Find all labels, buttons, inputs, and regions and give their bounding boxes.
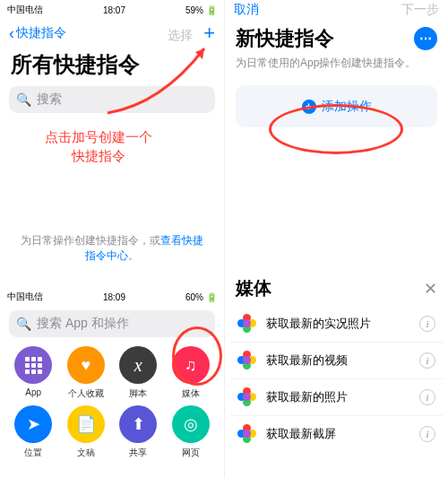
category-location[interactable]: ➤ 位置 [7, 405, 60, 459]
add-action-card: + 添加操作 [236, 85, 437, 127]
search-input[interactable]: 🔍 搜索 [9, 86, 215, 113]
status-time: 18:07 [103, 5, 125, 15]
add-action-button[interactable]: + 添加操作 [302, 99, 372, 115]
category-grid: App ♥ 个人收藏 x 脚本 ♫ 媒体 ➤ 位置 📄 文稿 ⬆ 共享 ◎ 网页 [0, 337, 224, 459]
status-time: 18:09 [103, 292, 125, 302]
status-bar: 中国电信 18:09 60% 🔋 [0, 287, 224, 307]
music-icon: ♫ [185, 356, 197, 375]
chevron-left-icon: ‹ [9, 25, 14, 41]
status-battery: 59% [185, 5, 203, 15]
back-button[interactable]: ‹ 快捷指令 [9, 25, 66, 41]
safari-icon: ◎ [184, 414, 198, 434]
info-icon[interactable]: i [419, 352, 435, 369]
more-button[interactable]: ⋯ [414, 27, 437, 50]
category-sharing[interactable]: ⬆ 共享 [112, 405, 165, 459]
photos-icon [237, 351, 257, 370]
info-icon[interactable]: i [419, 316, 435, 332]
add-action-label: 添加操作 [322, 99, 372, 115]
info-icon[interactable]: i [419, 426, 435, 442]
annotation-text: 点击加号创建一个快捷指令 [45, 127, 152, 165]
search-icon: 🔍 [16, 317, 31, 331]
section-title: 媒体 [236, 276, 271, 300]
list-item[interactable]: 获取最新的视频 i [230, 343, 443, 379]
cancel-button[interactable]: 取消 [234, 2, 259, 18]
battery-icon: 🔋 [206, 5, 217, 15]
location-icon: ➤ [27, 414, 40, 434]
nav-bar: 取消 下一步 [225, 0, 448, 20]
page-title: 所有快捷指令 [0, 47, 224, 86]
list-item[interactable]: 获取最新的实况照片 i [230, 306, 443, 343]
next-button[interactable]: 下一步 [401, 2, 439, 18]
select-button[interactable]: 选择 [168, 28, 193, 42]
info-icon[interactable]: i [419, 389, 435, 405]
status-bar: 中国电信 18:07 59% 🔋 [0, 0, 224, 20]
add-shortcut-button[interactable]: + [203, 22, 215, 44]
back-label: 快捷指令 [16, 25, 66, 41]
category-web[interactable]: ◎ 网页 [165, 405, 218, 459]
search-input[interactable]: 🔍 搜索 App 和操作 [9, 310, 215, 337]
status-carrier: 中国电信 [7, 4, 43, 16]
photos-icon [237, 424, 257, 444]
nav-bar: ‹ 快捷指令 选择 + [0, 20, 224, 47]
plus-circle-icon: + [302, 100, 316, 114]
action-list: 获取最新的实况照片 i 获取最新的视频 i 获取最新的照片 i 获取最新截屏 i [225, 306, 448, 452]
search-placeholder: 搜索 App 和操作 [37, 316, 129, 332]
share-icon: ⬆ [132, 414, 145, 434]
list-item[interactable]: 获取最新截屏 i [230, 416, 443, 452]
status-battery: 60% [185, 292, 203, 302]
subtitle: 为日常使用的App操作创建快捷指令。 [225, 56, 448, 80]
photos-icon [237, 314, 257, 334]
category-documents[interactable]: 📄 文稿 [60, 405, 113, 459]
script-x-icon: x [134, 355, 142, 376]
heart-icon: ♥ [81, 356, 90, 375]
category-app[interactable]: App [7, 346, 60, 400]
list-item[interactable]: 获取最新的照片 i [230, 379, 443, 416]
category-media[interactable]: ♫ 媒体 [165, 346, 218, 400]
status-carrier: 中国电信 [7, 291, 43, 303]
empty-hint: 为日常操作创建快捷指令，或查看快捷指令中心。 [0, 233, 224, 264]
category-favorites[interactable]: ♥ 个人收藏 [60, 346, 113, 400]
close-button[interactable]: ✕ [424, 279, 437, 299]
battery-icon: 🔋 [206, 292, 217, 302]
photos-icon [237, 387, 257, 407]
category-scripting[interactable]: x 脚本 [112, 346, 165, 400]
panel-action-picker: 中国电信 18:09 60% 🔋 🔍 搜索 App 和操作 App ♥ 个人收藏… [0, 287, 224, 478]
document-icon: 📄 [76, 414, 96, 434]
panel-media-actions: 媒体 ✕ 获取最新的实况照片 i 获取最新的视频 i 获取最新的照片 i 获取最… [224, 269, 448, 478]
section-header: 媒体 ✕ [225, 269, 448, 306]
apps-icon [25, 357, 42, 374]
panel-new-shortcut: 取消 下一步 新快捷指令 ⋯ 为日常使用的App操作创建快捷指令。 + 添加操作 [224, 0, 448, 269]
page-title: 新快捷指令 ⋯ [225, 20, 448, 56]
search-placeholder: 搜索 [37, 91, 62, 108]
search-icon: 🔍 [16, 92, 31, 107]
